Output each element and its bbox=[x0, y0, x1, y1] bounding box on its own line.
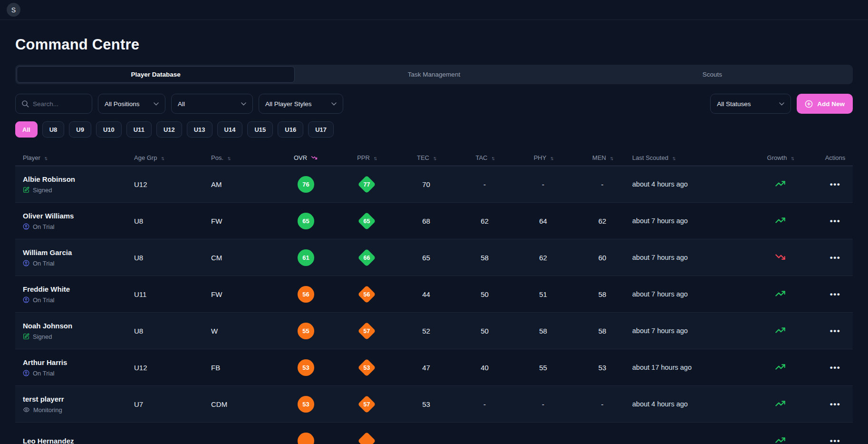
table-row[interactable]: William Garcia On Trial U8 CM 61 66 65 5… bbox=[15, 239, 853, 276]
status-label: Signed bbox=[33, 187, 52, 194]
ovr-badge: 65 bbox=[298, 213, 314, 229]
age-chip-u17[interactable]: U17 bbox=[308, 121, 334, 138]
user-avatar[interactable]: S bbox=[7, 3, 20, 17]
statuses-select[interactable]: All Statuses bbox=[710, 94, 791, 114]
plus-circle-icon bbox=[805, 100, 813, 108]
ovr-badge: 76 bbox=[298, 176, 314, 193]
tec-cell: 47 bbox=[397, 364, 455, 372]
column-header-men[interactable]: MEN↑↓ bbox=[572, 154, 632, 161]
age-group-cell: U8 bbox=[134, 217, 211, 225]
player-status-badge: Signed bbox=[23, 187, 134, 194]
tab-scouts[interactable]: Scouts bbox=[573, 66, 851, 83]
age-chip-u12[interactable]: U12 bbox=[156, 121, 182, 138]
growth-cell bbox=[743, 288, 818, 300]
ppr-badge: 65 bbox=[357, 212, 376, 230]
column-header-scouted[interactable]: Last Scouted↑↓ bbox=[632, 154, 743, 161]
age-chip-u8[interactable]: U8 bbox=[42, 121, 65, 138]
row-actions-button[interactable]: ••• bbox=[827, 287, 843, 301]
tab-task-management[interactable]: Task Management bbox=[295, 66, 573, 83]
status-label: On Trial bbox=[33, 223, 55, 230]
ovr-badge: 53 bbox=[298, 359, 314, 376]
player-status-badge: On Trial bbox=[23, 260, 134, 267]
table-row[interactable]: Albie Robinson Signed U12 AM 76 77 70 - … bbox=[15, 166, 853, 203]
age-chip-group: AllU8U9U10U11U12U13U14U15U16U17 bbox=[15, 121, 853, 138]
age-chip-u9[interactable]: U9 bbox=[69, 121, 91, 138]
men-cell: 58 bbox=[572, 290, 632, 298]
age-group-cell: U12 bbox=[134, 364, 211, 372]
column-header-ovr[interactable]: OVR bbox=[276, 154, 336, 161]
tac-cell: 50 bbox=[455, 290, 514, 298]
growth-cell bbox=[743, 362, 818, 374]
column-header-tec[interactable]: TEC↑↓ bbox=[397, 154, 455, 161]
column-header-growth[interactable]: Growth↑↓ bbox=[743, 154, 818, 161]
table-row[interactable]: Arthur Harris On Trial U12 FB 53 53 47 4… bbox=[15, 349, 853, 386]
age-chip-all[interactable]: All bbox=[15, 121, 38, 138]
age-chip-u14[interactable]: U14 bbox=[217, 121, 243, 138]
row-actions-button[interactable]: ••• bbox=[827, 361, 843, 375]
ovr-badge bbox=[298, 433, 314, 444]
table-row[interactable]: Noah Johnson Signed U8 W 55 57 52 50 58 … bbox=[15, 313, 853, 349]
age-group-select[interactable]: All bbox=[171, 94, 253, 114]
men-cell: 58 bbox=[572, 327, 632, 335]
tec-cell: 52 bbox=[397, 327, 455, 335]
men-cell: 53 bbox=[572, 364, 632, 372]
age-chip-u13[interactable]: U13 bbox=[187, 121, 212, 138]
age-group-cell: U11 bbox=[134, 290, 211, 298]
age-group-cell: U7 bbox=[134, 400, 211, 408]
row-actions-button[interactable]: ••• bbox=[827, 397, 843, 411]
ovr-cell bbox=[276, 433, 336, 444]
men-cell: 62 bbox=[572, 217, 632, 225]
table-row[interactable]: terst playerr Monitoring U7 CDM 53 57 53… bbox=[15, 386, 853, 423]
player-cell: Arthur Harris On Trial bbox=[15, 358, 134, 377]
tec-cell: 68 bbox=[397, 217, 455, 225]
positions-select[interactable]: All Positions bbox=[98, 94, 165, 114]
monitoring-status-icon bbox=[23, 406, 30, 413]
table-row[interactable]: Freddie White On Trial U11 FW 56 56 44 5… bbox=[15, 276, 853, 313]
ppr-badge: 53 bbox=[357, 358, 376, 376]
tac-cell: 58 bbox=[455, 254, 514, 262]
search-input[interactable] bbox=[33, 100, 86, 108]
sort-icon: ↑↓ bbox=[550, 155, 552, 161]
column-header-tac[interactable]: TAC↑↓ bbox=[455, 154, 514, 161]
age-chip-u10[interactable]: U10 bbox=[96, 121, 122, 138]
row-actions-button[interactable]: ••• bbox=[827, 214, 843, 228]
trial-status-icon bbox=[23, 296, 29, 303]
age-chip-u15[interactable]: U15 bbox=[247, 121, 273, 138]
phy-cell: 64 bbox=[514, 217, 572, 225]
ovr-cell: 76 bbox=[276, 176, 336, 193]
trending-up-icon bbox=[774, 362, 787, 374]
sort-icon: ↑↓ bbox=[161, 155, 163, 161]
player-styles-select[interactable]: All Player Styles bbox=[259, 94, 343, 114]
column-header-phy[interactable]: PHY↑↓ bbox=[514, 154, 572, 161]
phy-cell: 58 bbox=[514, 327, 572, 335]
player-cell: Oliver Williams On Trial bbox=[15, 212, 134, 230]
tab-player-database[interactable]: Player Database bbox=[17, 66, 295, 83]
ovr-badge: 55 bbox=[298, 323, 314, 339]
age-chip-u11[interactable]: U11 bbox=[126, 121, 152, 138]
ppr-cell: 65 bbox=[336, 215, 397, 227]
player-name: Albie Robinson bbox=[23, 175, 134, 183]
tec-cell: 70 bbox=[397, 180, 455, 188]
column-header-player[interactable]: Player↑↓ bbox=[15, 154, 134, 161]
row-actions-button[interactable]: ••• bbox=[827, 178, 843, 191]
table-body: Albie Robinson Signed U12 AM 76 77 70 - … bbox=[15, 166, 853, 444]
search-box[interactable] bbox=[15, 94, 92, 114]
row-actions-button[interactable]: ••• bbox=[827, 324, 843, 338]
ppr-cell: 56 bbox=[336, 288, 397, 301]
sort-icon: ↑↓ bbox=[433, 155, 435, 161]
trending-up-icon bbox=[774, 435, 787, 444]
age-chip-u16[interactable]: U16 bbox=[278, 121, 303, 138]
ppr-badge: 56 bbox=[357, 285, 376, 303]
column-header-pos[interactable]: Pos.↑↓ bbox=[211, 154, 276, 161]
table-row[interactable]: Oliver Williams On Trial U8 FW 65 65 68 … bbox=[15, 203, 853, 239]
add-new-button[interactable]: Add New bbox=[797, 94, 853, 114]
ovr-badge: 56 bbox=[298, 286, 314, 303]
column-header-ppr[interactable]: PPR↑↓ bbox=[336, 154, 397, 161]
player-name: William Garcia bbox=[23, 248, 134, 257]
ppr-cell: 66 bbox=[336, 251, 397, 264]
table-row[interactable]: Leo Hernandez ••• bbox=[15, 423, 853, 444]
column-header-age[interactable]: Age Grp↑↓ bbox=[134, 154, 211, 161]
row-actions-button[interactable]: ••• bbox=[827, 434, 843, 444]
row-actions-button[interactable]: ••• bbox=[827, 251, 843, 265]
actions-cell: ••• bbox=[818, 324, 853, 338]
